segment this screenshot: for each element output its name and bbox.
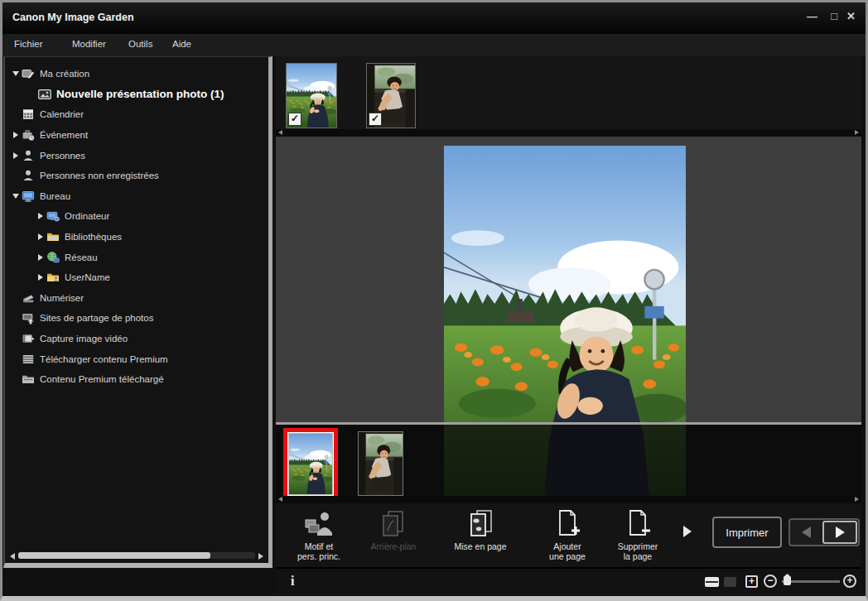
network-icon bbox=[46, 251, 60, 264]
status-bar: i + − + bbox=[276, 569, 861, 595]
libraries-icon bbox=[46, 230, 60, 243]
zoom-in-icon[interactable]: + bbox=[843, 575, 856, 588]
menu-outils[interactable]: Outils bbox=[128, 39, 152, 49]
scroll-right-icon[interactable] bbox=[258, 553, 263, 560]
material-thumbnail-car[interactable]: ✓ bbox=[366, 63, 416, 128]
video-capture-icon bbox=[22, 332, 35, 345]
sidebar-item-reseau[interactable]: Réseau bbox=[5, 247, 268, 267]
material-thumbnail-garden[interactable]: ✓ bbox=[286, 63, 337, 128]
premium-download-icon bbox=[22, 353, 35, 366]
checkbox-checked-icon[interactable]: ✓ bbox=[288, 113, 301, 126]
scroll-left-icon[interactable] bbox=[10, 553, 15, 560]
page-navigation bbox=[788, 518, 860, 546]
menu-fichier[interactable]: Fichier bbox=[14, 39, 43, 49]
sidebar-item-sites-partage-photos[interactable]: Sites de partage de photos bbox=[5, 308, 268, 329]
sidebar-item-numeriser[interactable]: Numériser bbox=[5, 288, 268, 309]
scrollbar-thumb[interactable] bbox=[18, 552, 210, 559]
chevron-right-icon[interactable] bbox=[13, 152, 18, 159]
chevron-down-icon[interactable] bbox=[12, 71, 19, 76]
add-page-icon bbox=[531, 507, 604, 541]
layout-button[interactable]: Mise en page bbox=[444, 507, 517, 551]
sidebar-item-calendrier[interactable]: Calendrier bbox=[5, 104, 268, 125]
sidebar-horizontal-scrollbar[interactable] bbox=[10, 551, 263, 561]
checkbox-checked-icon[interactable]: ✓ bbox=[369, 113, 382, 126]
previous-page-button[interactable] bbox=[790, 520, 822, 545]
edit-toolbar: Motif et pers. princ. Arrière-plan bbox=[276, 503, 861, 567]
premium-content-icon bbox=[22, 373, 35, 386]
minimize-icon[interactable]: — bbox=[807, 10, 817, 22]
page-thumbnail-selected[interactable] bbox=[283, 428, 338, 500]
next-page-button[interactable] bbox=[822, 521, 857, 544]
preview-strip-divider bbox=[276, 422, 861, 425]
calendar-icon bbox=[22, 108, 35, 121]
app-window: Canon My Image Garden — □ ✕ Fichier Modi… bbox=[0, 0, 868, 601]
user-folder-icon bbox=[46, 271, 60, 284]
more-tools-icon[interactable] bbox=[683, 526, 692, 537]
sidebar-item-evenement[interactable]: Événement bbox=[5, 125, 268, 146]
unregistered-people-icon bbox=[22, 169, 35, 182]
page-strip-scrollbar[interactable] bbox=[276, 496, 861, 503]
menu-bar: Fichier Modifier Outils Aide bbox=[2, 34, 866, 56]
fit-view-icon[interactable]: + bbox=[745, 575, 758, 588]
sidebar-item-ordinateur[interactable]: Ordinateur bbox=[5, 206, 268, 227]
event-icon bbox=[22, 128, 35, 142]
info-icon[interactable]: i bbox=[291, 574, 294, 589]
background-button: Arrière-plan bbox=[357, 507, 430, 551]
scanner-icon bbox=[22, 291, 35, 305]
single-view-icon[interactable] bbox=[705, 577, 719, 587]
computer-icon bbox=[46, 209, 60, 223]
chevron-right-icon[interactable] bbox=[38, 274, 43, 281]
scroll-right-icon[interactable] bbox=[855, 130, 859, 135]
sidebar-item-contenu-premium-telecharge[interactable]: Contenu Premium téléchargé bbox=[5, 369, 268, 390]
title-bar: Canon My Image Garden — □ ✕ bbox=[2, 2, 866, 34]
scroll-right-icon[interactable] bbox=[855, 497, 859, 502]
material-thumbnail-strip: ✓ ✓ bbox=[276, 56, 861, 129]
sidebar-item-telecharger-contenu-premium[interactable]: Télécharger contenu Premium bbox=[5, 349, 268, 369]
chevron-right-icon[interactable] bbox=[38, 254, 43, 261]
people-icon bbox=[22, 149, 35, 162]
zoom-out-icon[interactable]: − bbox=[764, 575, 777, 588]
sidebar-item-ma-creation[interactable]: Ma création bbox=[5, 64, 268, 84]
zoom-slider-thumb[interactable] bbox=[784, 574, 791, 585]
menu-aide[interactable]: Aide bbox=[172, 39, 191, 49]
window-title: Canon My Image Garden bbox=[12, 12, 134, 23]
sidebar-item-personnes[interactable]: Personnes bbox=[5, 145, 268, 166]
scroll-left-icon[interactable] bbox=[278, 497, 282, 502]
strip-scrollbar[interactable] bbox=[276, 129, 861, 137]
print-button[interactable]: Imprimer bbox=[712, 517, 782, 548]
sidebar-item-nouvelle-presentation-photo[interactable]: Nouvelle présentation photo (1) bbox=[5, 84, 268, 105]
maximize-icon[interactable]: □ bbox=[831, 10, 837, 22]
navigation-tree: Ma création Nouvelle présentation photo … bbox=[5, 64, 268, 390]
scroll-left-icon[interactable] bbox=[278, 130, 282, 135]
sidebar-item-bureau[interactable]: Bureau bbox=[5, 186, 268, 207]
my-creation-icon bbox=[22, 67, 35, 80]
sidebar-item-username[interactable]: UserName bbox=[5, 267, 268, 288]
sidebar-item-personnes-non-enregistrees[interactable]: Personnes non enregistrées bbox=[5, 166, 268, 186]
content-area: ✓ ✓ bbox=[276, 56, 861, 595]
arrow-right-icon bbox=[836, 526, 845, 538]
close-icon[interactable]: ✕ bbox=[846, 10, 856, 22]
sidebar: Ma création Nouvelle présentation photo … bbox=[3, 56, 272, 568]
photo-presentation-icon bbox=[38, 88, 51, 101]
layout-icon bbox=[444, 507, 517, 541]
menu-modifier[interactable]: Modifier bbox=[72, 39, 106, 49]
sidebar-item-bibliotheques[interactable]: Bibliothèques bbox=[5, 227, 268, 248]
background-icon bbox=[357, 507, 430, 541]
grid-view-icon[interactable] bbox=[724, 577, 736, 587]
theme-main-people-icon bbox=[282, 507, 355, 541]
chevron-right-icon[interactable] bbox=[38, 233, 43, 240]
delete-page-button[interactable]: Supprimer la page bbox=[601, 507, 674, 561]
delete-page-icon bbox=[601, 507, 674, 541]
desktop-icon bbox=[22, 190, 35, 203]
chevron-down-icon[interactable] bbox=[12, 194, 19, 199]
arrow-left-icon bbox=[802, 526, 811, 538]
photo-sharing-icon bbox=[22, 311, 35, 325]
add-page-button[interactable]: Ajouter une page bbox=[531, 507, 604, 561]
chevron-right-icon[interactable] bbox=[38, 213, 43, 219]
theme-main-people-button[interactable]: Motif et pers. princ. bbox=[282, 507, 355, 561]
page-thumbnail-2[interactable] bbox=[358, 431, 403, 496]
chevron-right-icon[interactable] bbox=[13, 132, 18, 138]
sidebar-item-capture-image-video[interactable]: Capture image vidéo bbox=[5, 329, 268, 349]
